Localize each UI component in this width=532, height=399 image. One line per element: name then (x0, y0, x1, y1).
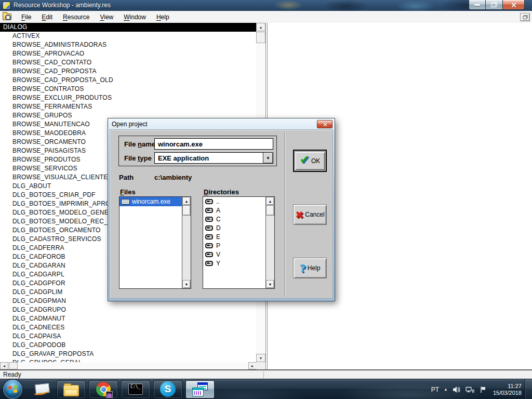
resource-list-item[interactable]: DLG_CADGRUPO (0, 305, 256, 314)
resource-list-item[interactable]: DLG_CADPAISA (0, 332, 256, 341)
resource-list-item[interactable]: BROWSE_CAD_CONTATO (0, 58, 256, 67)
vertical-scrollbar-thumb[interactable] (256, 32, 265, 43)
ok-button[interactable]: ✔ OK (293, 150, 327, 172)
taskbar-button-chrome[interactable] (89, 380, 118, 398)
menu-item[interactable]: View (95, 14, 118, 21)
horizontal-scrollbar[interactable] (0, 362, 257, 369)
drive-icon (205, 261, 213, 266)
directory-item[interactable]: C (203, 215, 265, 223)
directory-item[interactable]: .. (203, 197, 265, 206)
resource-list-item[interactable]: DLG_CADMANUT (0, 314, 256, 323)
status-text: Ready (3, 371, 21, 378)
scroll-up-button[interactable] (182, 197, 191, 205)
directory-item[interactable]: A (203, 206, 265, 215)
directory-item[interactable]: P (203, 241, 265, 250)
file-type-select[interactable]: EXE application ▼ (154, 152, 273, 164)
file-item-selected[interactable]: winorcam.exe (119, 197, 182, 206)
chrome-icon (96, 382, 111, 396)
close-icon (323, 122, 327, 127)
file-name-input[interactable] (154, 138, 273, 150)
directories-scrollbar[interactable] (265, 197, 274, 288)
taskbar-button-explorer[interactable] (57, 380, 86, 398)
taskbar-item-mail[interactable] (31, 380, 54, 398)
directory-item[interactable]: D (203, 223, 265, 232)
close-icon (511, 2, 516, 8)
open-project-dialog: Open project File name File type EXE app… (108, 118, 335, 301)
scroll-down-button[interactable] (256, 354, 265, 362)
language-indicator[interactable]: PT (431, 386, 439, 393)
resource-list-item[interactable]: BROWSE_FERRAMENTAS (0, 102, 256, 111)
minimize-button[interactable] (469, 0, 486, 10)
files-list: winorcam.exe (119, 197, 182, 288)
resource-list-item[interactable]: BROWSE_EXCLUIR_PRODUTOS (0, 94, 256, 102)
taskbar-button-resource-workshop[interactable] (185, 380, 215, 398)
dialog-close-button[interactable] (317, 120, 332, 128)
system-tray: PT 11:27 15/03/2018 (431, 379, 522, 399)
resource-list-item[interactable]: DLG_CADPODOB (0, 341, 256, 350)
close-button[interactable] (503, 0, 525, 10)
document-system-menu-icon[interactable] (3, 14, 11, 20)
resource-list-item[interactable]: DLG_GRAVAR_PROPOSTA (0, 350, 256, 358)
folder-icon (63, 385, 79, 396)
directory-item[interactable]: V (203, 250, 265, 259)
resource-list-item[interactable]: DLG_CADNECES (0, 323, 256, 332)
directories-scrollbar-thumb[interactable] (266, 205, 274, 216)
restore-icon (523, 15, 527, 19)
resource-list-item[interactable]: BROWSE_ADMINISTRADORAS (0, 41, 256, 49)
directory-item[interactable]: Y (203, 259, 265, 268)
clock[interactable]: 11:27 15/03/2018 (493, 383, 522, 396)
directories-listbox[interactable]: .. A C (203, 196, 275, 289)
scroll-up-button[interactable] (266, 197, 274, 205)
resource-type-header[interactable]: DIALOG (0, 23, 256, 32)
horizontal-scrollbar-thumb[interactable] (9, 362, 18, 369)
file-type-label: File type (124, 154, 152, 162)
directory-item-label: Y (216, 260, 220, 267)
directory-item[interactable]: E (203, 232, 265, 241)
combo-dropdown-button[interactable]: ▼ (263, 153, 273, 163)
files-scrollbar-thumb[interactable] (182, 205, 191, 216)
status-bar: Ready (0, 369, 532, 379)
action-center-flag-icon[interactable] (480, 386, 487, 393)
resource-list-item[interactable]: BROWSE_CAD_PROPOSTA (0, 67, 256, 76)
tray-time: 11:27 (493, 383, 522, 390)
scroll-right-button[interactable] (248, 362, 257, 369)
taskbar-button-cmd[interactable]: C:\_ (121, 380, 150, 398)
dialog-titlebar[interactable]: Open project (108, 118, 335, 129)
menu-item[interactable]: Window (118, 14, 151, 21)
help-button[interactable]: ? Help (293, 258, 327, 278)
scroll-down-button[interactable] (182, 280, 191, 288)
mdi-restore-button[interactable] (520, 13, 530, 21)
resource-list-item[interactable]: BROWSE_CAD_PROPOSTA_OLD (0, 76, 256, 85)
files-scrollbar[interactable] (182, 197, 191, 288)
menu-item[interactable]: Edit (36, 14, 58, 21)
screen: Resource Workshop - ambienty.res FileEdi… (0, 0, 532, 399)
show-hidden-icons-button[interactable] (444, 387, 448, 392)
restore-button[interactable] (486, 0, 503, 10)
resource-list-item[interactable]: DLG_GRUPOS_GERAL (0, 358, 256, 362)
resource-list-item[interactable]: ACTIVEX (0, 32, 256, 41)
cancel-button[interactable]: ✖ Cancel (293, 204, 327, 225)
menu-item[interactable]: File (16, 14, 36, 21)
resource-list-item[interactable]: BROWSE_CONTRATOS (0, 85, 256, 94)
drive-icon (205, 199, 213, 204)
minimize-icon (474, 4, 480, 6)
drive-icon (205, 243, 213, 248)
network-icon[interactable] (466, 386, 475, 393)
menu-item[interactable]: Help (151, 14, 175, 21)
start-button[interactable] (3, 380, 22, 399)
files-listbox[interactable]: winorcam.exe (119, 196, 191, 289)
scroll-up-button[interactable] (256, 23, 265, 31)
dialog-divider (284, 131, 285, 297)
show-desktop-button[interactable] (525, 379, 532, 399)
application-file-icon (121, 199, 130, 205)
scroll-down-button[interactable] (266, 280, 274, 288)
resource-list-item[interactable]: BROWSE_APROVACAO (0, 49, 256, 58)
taskbar-button-skype[interactable]: S (153, 380, 182, 398)
volume-icon[interactable] (453, 386, 461, 393)
scroll-left-button[interactable] (0, 362, 8, 369)
profile-avatar (106, 391, 113, 398)
path-value: c:\ambienty (154, 174, 192, 181)
menu-item[interactable]: Resource (58, 14, 95, 21)
chevron-down-icon: ▼ (266, 156, 270, 161)
drive-icon (205, 208, 213, 213)
